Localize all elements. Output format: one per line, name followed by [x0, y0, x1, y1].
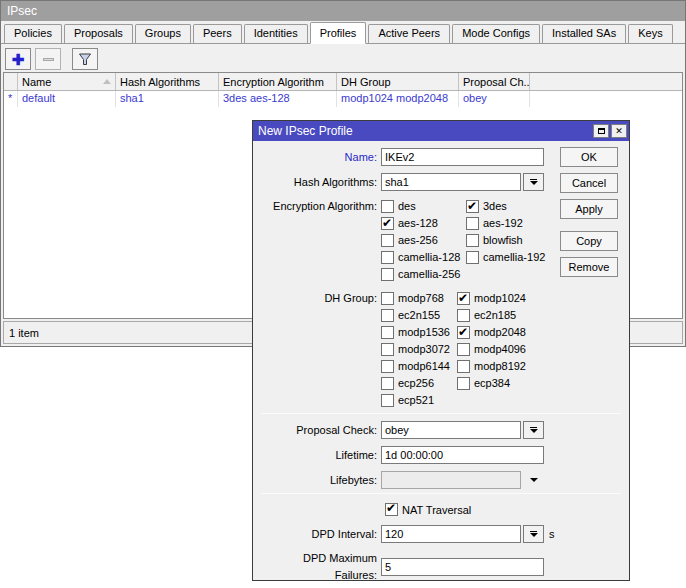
apply-button[interactable]: Apply [560, 199, 618, 219]
checkbox-box[interactable] [457, 309, 470, 322]
column-header-dh-group[interactable]: DH Group [337, 73, 459, 90]
tab-groups[interactable]: Groups [135, 24, 191, 43]
row-proposal-cell[interactable]: obey [459, 91, 530, 107]
checkbox-modp3072[interactable]: modp3072 [381, 341, 457, 358]
tab-installed-sas[interactable]: Installed SAs [542, 24, 626, 43]
copy-button[interactable]: Copy [560, 231, 618, 251]
hash-algorithms-input[interactable] [381, 173, 521, 191]
checkbox-blowfish[interactable]: blowfish [466, 232, 545, 249]
checkbox-box[interactable] [466, 251, 479, 264]
table-row[interactable]: * default sha1 3des aes-128 modp1024 mod… [4, 91, 682, 107]
dpd-max-failures-input[interactable] [381, 558, 544, 576]
dpd-interval-dropdown-button[interactable] [523, 525, 544, 543]
checkbox-box[interactable] [381, 292, 394, 305]
checkbox-modp2048[interactable]: modp2048 [457, 324, 526, 341]
checkbox-3des[interactable]: 3des [466, 198, 545, 215]
checkbox-camellia-256[interactable]: camellia-256 [381, 266, 466, 283]
checkbox-box[interactable] [381, 217, 394, 230]
tab-profiles[interactable]: Profiles [310, 22, 367, 44]
column-header-flags[interactable] [4, 73, 18, 90]
checkbox-box[interactable] [457, 377, 470, 390]
checkbox-camellia-192[interactable]: camellia-192 [466, 249, 545, 266]
checkbox-modp1024[interactable]: modp1024 [457, 290, 526, 307]
dpd-max-failures-label: DPD Maximum Failures: [261, 550, 381, 584]
checkbox-label: aes-128 [398, 215, 438, 232]
checkbox-label: 3des [483, 198, 507, 215]
checkbox-box[interactable] [457, 343, 470, 356]
maximize-button[interactable] [593, 124, 609, 138]
checkbox-box[interactable] [381, 394, 394, 407]
checkbox-ecp521[interactable]: ecp521 [381, 392, 457, 409]
checkbox-box[interactable] [381, 360, 394, 373]
checkbox-box[interactable] [466, 200, 479, 213]
checkbox-label: aes-192 [483, 215, 523, 232]
checkbox-box[interactable] [381, 234, 394, 247]
name-input[interactable] [381, 148, 544, 166]
tab-proposals[interactable]: Proposals [64, 24, 133, 43]
checkbox-box[interactable] [381, 326, 394, 339]
checkbox-modp4096[interactable]: modp4096 [457, 341, 526, 358]
add-button[interactable]: ✚ [5, 48, 31, 70]
nat-traversal-checkbox[interactable]: NAT Traversal [385, 501, 621, 518]
close-button[interactable]: ✕ [611, 124, 627, 138]
checkbox-ec2n155[interactable]: ec2n155 [381, 307, 457, 324]
row-hash-cell[interactable]: sha1 [116, 91, 219, 107]
checkbox-modp1536[interactable]: modp1536 [381, 324, 457, 341]
dpd-interval-input[interactable] [381, 525, 521, 543]
checkbox-ec2n185[interactable]: ec2n185 [457, 307, 526, 324]
filter-button[interactable] [72, 48, 98, 70]
new-ipsec-profile-dialog: New IPsec Profile ✕ Name: Hash Algorithm… [252, 120, 630, 581]
tab-identities[interactable]: Identities [244, 24, 308, 43]
checkbox-modp8192[interactable]: modp8192 [457, 358, 526, 375]
checkbox-modp6144[interactable]: modp6144 [381, 358, 457, 375]
checkbox-box[interactable] [381, 268, 394, 281]
checkbox-box[interactable] [457, 360, 470, 373]
toolbar: ✚ [1, 44, 685, 74]
tab-policies[interactable]: Policies [4, 24, 62, 43]
checkbox-camellia-128[interactable]: camellia-128 [381, 249, 466, 266]
checkbox-label: modp2048 [474, 324, 526, 341]
checkbox-box[interactable] [381, 200, 394, 213]
row-dh-cell[interactable]: modp1024 modp2048 [337, 91, 459, 107]
dh-group-checkbox-group: modp768modp1024ec2n155ec2n185modp1536mod… [381, 290, 526, 409]
proposal-dropdown-button[interactable] [523, 421, 544, 439]
checkbox-modp768[interactable]: modp768 [381, 290, 457, 307]
checkbox-aes-192[interactable]: aes-192 [466, 215, 545, 232]
tab-mode-configs[interactable]: Mode Configs [452, 24, 540, 43]
column-header-proposal[interactable]: Proposal Ch... [459, 73, 530, 90]
checkbox-ecp256[interactable]: ecp256 [381, 375, 457, 392]
checkbox-box[interactable] [457, 292, 470, 305]
checkbox-label: modp3072 [398, 341, 450, 358]
column-header-hash[interactable]: Hash Algorithms [116, 73, 219, 90]
checkbox-box[interactable] [457, 326, 470, 339]
row-encryption-cell[interactable]: 3des aes-128 [219, 91, 337, 107]
column-header-encryption[interactable]: Encryption Algorithm [219, 73, 337, 90]
checkbox-box[interactable] [466, 234, 479, 247]
proposal-check-input[interactable] [381, 421, 521, 439]
checkbox-box[interactable] [466, 217, 479, 230]
checkbox-box[interactable] [381, 251, 394, 264]
minus-icon [43, 58, 54, 61]
ok-button[interactable]: OK [560, 147, 618, 167]
checkbox-ecp384[interactable]: ecp384 [457, 375, 526, 392]
tab-active-peers[interactable]: Active Peers [368, 24, 450, 43]
checkbox-box[interactable] [385, 503, 398, 516]
checkbox-box[interactable] [381, 309, 394, 322]
checkbox-des[interactable]: des [381, 198, 466, 215]
checkbox-aes-128[interactable]: aes-128 [381, 215, 466, 232]
tab-peers[interactable]: Peers [193, 24, 242, 43]
row-name-cell[interactable]: default [18, 91, 116, 107]
remove-button[interactable]: Remove [560, 257, 618, 277]
checkbox-box[interactable] [381, 343, 394, 356]
lifetime-input[interactable] [381, 446, 544, 464]
plus-icon: ✚ [12, 52, 25, 67]
maximize-icon [598, 128, 605, 134]
cancel-button[interactable]: Cancel [560, 173, 618, 193]
checkbox-box[interactable] [381, 377, 394, 390]
nat-traversal-label: NAT Traversal [402, 504, 471, 516]
tab-keys[interactable]: Keys [628, 24, 672, 43]
checkbox-label: des [398, 198, 416, 215]
column-header-name[interactable]: Name [18, 73, 116, 90]
hash-dropdown-button[interactable] [523, 173, 544, 191]
checkbox-aes-256[interactable]: aes-256 [381, 232, 466, 249]
